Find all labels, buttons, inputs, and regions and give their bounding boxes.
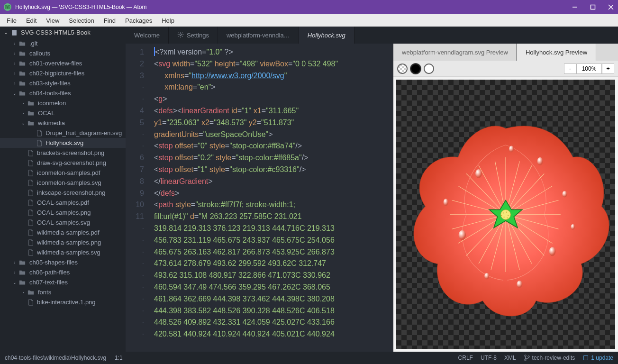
file-icon bbox=[27, 170, 34, 176]
tree-file[interactable]: iconmelon-samples.pdf bbox=[0, 168, 126, 178]
tree-folder[interactable]: ›ch05-shapes-files bbox=[0, 257, 126, 267]
tree-item-label: wikimedia-samples.pdf bbox=[37, 229, 100, 236]
tree-file[interactable]: iconmelon-samples.svg bbox=[0, 178, 126, 188]
bg-transparent-button[interactable] bbox=[397, 64, 408, 74]
status-line-ending[interactable]: CRLF bbox=[458, 355, 473, 361]
tab-settings[interactable]: Settings bbox=[169, 27, 218, 44]
code-line: xmlns="http://www.w3.org/2000/svg" bbox=[154, 70, 388, 82]
tree-file[interactable]: bike-interactive.1.png bbox=[0, 297, 126, 307]
chevron-down-icon: ⌄ bbox=[4, 30, 9, 35]
tree-item-label: OCAL-samples.png bbox=[37, 209, 91, 216]
tree-root[interactable]: ⌄ SVG-CSS3-HTML5-Book bbox=[0, 27, 126, 38]
tab-webplatform-venndia-[interactable]: webplatform-venndia… bbox=[218, 27, 299, 44]
code-line: y1="235.063" x2="348.573" y2="511.873" bbox=[154, 117, 388, 129]
status-cursor-position[interactable]: 1:1 bbox=[115, 355, 123, 361]
tree-file[interactable]: Drupe_fruit_diagram-en.svg bbox=[0, 128, 126, 138]
tree-folder[interactable]: ›fonts bbox=[0, 287, 126, 297]
hollyhock-flower-svg bbox=[397, 110, 615, 318]
tree-file[interactable]: wikimedia-samples.png bbox=[0, 237, 126, 247]
tree-file[interactable]: brackets-screenshot.png bbox=[0, 148, 126, 158]
chevron-right-icon: › bbox=[12, 270, 17, 275]
tree-folder[interactable]: ›callouts bbox=[0, 48, 126, 58]
tree-file[interactable]: wikimedia-samples.pdf bbox=[0, 228, 126, 237]
maximize-button[interactable] bbox=[590, 4, 596, 10]
tree-folder[interactable]: ›iconmelon bbox=[0, 98, 126, 108]
folder-icon bbox=[19, 80, 27, 87]
svg-rect-54 bbox=[584, 356, 588, 360]
menu-find[interactable]: Find bbox=[99, 16, 120, 25]
code-editor[interactable]: 123··45··67891011·········· <?xml versio… bbox=[126, 44, 393, 352]
line-number: 2 bbox=[126, 58, 144, 70]
status-encoding[interactable]: UTF-8 bbox=[481, 355, 497, 361]
menu-packages[interactable]: Packages bbox=[120, 16, 157, 25]
tree-folder[interactable]: ›ch02-bigpicture-files bbox=[0, 68, 126, 78]
tree-root-label: SVG-CSS3-HTML5-Book bbox=[21, 29, 91, 36]
git-branch-icon bbox=[524, 355, 530, 361]
tree-folder[interactable]: ›OCAL bbox=[0, 108, 126, 118]
menu-file[interactable]: File bbox=[2, 16, 21, 25]
tab-hollyhock-svg[interactable]: Hollyhock.svg bbox=[299, 27, 354, 44]
bg-black-button[interactable] bbox=[410, 64, 421, 74]
menu-help[interactable]: Help bbox=[157, 16, 179, 25]
tree-folder[interactable]: ›ch03-style-files bbox=[0, 78, 126, 88]
menu-selection[interactable]: Selection bbox=[64, 16, 99, 25]
tree-item-label: iconmelon bbox=[38, 100, 66, 107]
tree-file[interactable]: inkscape-screenshot.png bbox=[0, 188, 126, 198]
chevron-right-icon: › bbox=[21, 290, 26, 295]
bg-white-button[interactable] bbox=[424, 64, 434, 74]
tree-file[interactable]: OCAL-samples.pdf bbox=[0, 198, 126, 208]
tree-folder[interactable]: ⌄wikimedia bbox=[0, 118, 126, 128]
tree-file[interactable]: wikimedia-samples.svg bbox=[0, 247, 126, 257]
folder-icon bbox=[19, 259, 27, 266]
tree-item-label: ch05-shapes-files bbox=[29, 259, 78, 266]
tree-file[interactable]: Hollyhock.svg bbox=[0, 138, 126, 148]
menu-view[interactable]: View bbox=[41, 16, 64, 25]
tree-file[interactable]: draw-svg-screenshot.png bbox=[0, 158, 126, 168]
tree-item-label: bike-interactive.1.png bbox=[37, 299, 96, 306]
zoom-value: 100% bbox=[576, 64, 602, 74]
tab-webplatform-venndiagram-svg-preview[interactable]: webplatform-venndiagram.svg Preview bbox=[393, 44, 517, 61]
tree-folder[interactable]: ›ch06-path-files bbox=[0, 267, 126, 277]
tree-item-label: Drupe_fruit_diagram-en.svg bbox=[45, 129, 122, 136]
tree-folder[interactable]: ›.git bbox=[0, 38, 126, 48]
zoom-out-button[interactable]: - bbox=[564, 64, 576, 74]
tree-item-label: ch01-overview-files bbox=[29, 60, 82, 67]
status-updates[interactable]: 1 update bbox=[582, 355, 613, 361]
tree-file[interactable]: OCAL-samples.png bbox=[0, 208, 126, 218]
file-tree-sidebar[interactable]: ⌄ SVG-CSS3-HTML5-Book ›.git›callouts›ch0… bbox=[0, 27, 126, 352]
tab-label: webplatform-venndia… bbox=[227, 32, 290, 39]
code-line: <path style="stroke:#ff7f7f; stroke-widt… bbox=[154, 199, 388, 211]
tree-folder[interactable]: ⌄ch07-text-files bbox=[0, 277, 126, 287]
tree-file[interactable]: OCAL-samples.svg bbox=[0, 218, 126, 228]
code-line: 473.614 278.679 493.62 299.592 493.62C 3… bbox=[154, 258, 388, 270]
line-number-gutter: 123··45··67891011·········· bbox=[126, 44, 149, 352]
svg-point-46 bbox=[517, 281, 522, 288]
tab-welcome[interactable]: Welcome bbox=[126, 27, 169, 44]
status-grammar[interactable]: XML bbox=[504, 355, 516, 361]
line-number: · bbox=[126, 235, 144, 246]
chevron-right-icon: › bbox=[21, 101, 26, 106]
chevron-down-icon: ⌄ bbox=[12, 91, 17, 96]
tree-item-label: .git bbox=[29, 40, 37, 47]
close-button[interactable] bbox=[608, 4, 614, 10]
file-icon bbox=[36, 140, 43, 146]
line-number: 10 bbox=[126, 199, 144, 211]
folder-icon bbox=[27, 289, 35, 296]
code-line: xml:lang="en"> bbox=[154, 82, 388, 93]
menu-edit[interactable]: Edit bbox=[21, 16, 41, 25]
preview-canvas[interactable] bbox=[396, 80, 615, 349]
code-content[interactable]: <?xml version="1.0" ?><svg width="532" h… bbox=[149, 44, 393, 352]
tree-item-label: OCAL bbox=[38, 109, 55, 117]
minimize-button[interactable] bbox=[572, 4, 578, 10]
tree-folder[interactable]: ›ch01-overview-files bbox=[0, 58, 126, 68]
tab-hollyhock-svg-preview[interactable]: Hollyhock.svg Preview bbox=[517, 44, 596, 61]
status-file-path[interactable]: ch04-tools-files\wikimedia\Hollyhock.svg bbox=[5, 355, 106, 361]
tree-item-label: callouts bbox=[29, 50, 50, 57]
tree-folder[interactable]: ⌄ch04-tools-files bbox=[0, 88, 126, 98]
file-icon bbox=[27, 190, 34, 196]
status-git-branch[interactable]: tech-review-edits bbox=[524, 355, 575, 361]
folder-icon bbox=[19, 279, 27, 286]
zoom-in-button[interactable]: + bbox=[602, 64, 614, 74]
tab-label: Hollyhock.svg bbox=[308, 32, 345, 39]
tab-bar: WelcomeSettingswebplatform-venndia…Holly… bbox=[126, 27, 618, 44]
